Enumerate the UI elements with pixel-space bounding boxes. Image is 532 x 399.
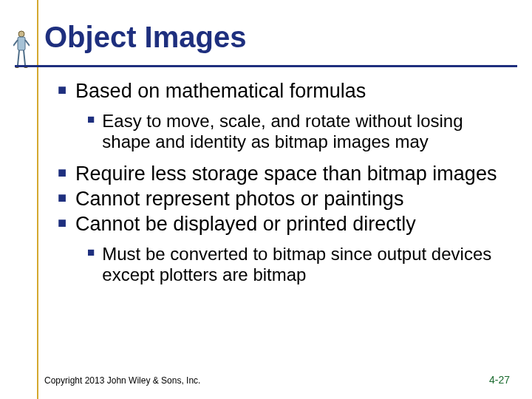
vertical-divider bbox=[37, 0, 38, 399]
bullet-text: Cannot represent photos or paintings bbox=[75, 188, 403, 211]
bullet-level2: ■ Must be converted to bitmap since outp… bbox=[87, 244, 510, 286]
slide-title: Object Images bbox=[44, 21, 246, 54]
svg-rect-1 bbox=[18, 37, 25, 50]
svg-line-2 bbox=[13, 40, 18, 46]
character-illustration-icon bbox=[13, 30, 30, 70]
bullet-level1: ■ Require less storage space than bitmap… bbox=[58, 163, 510, 186]
bullet-level1: ■ Cannot be displayed or printed directl… bbox=[58, 213, 510, 236]
bullet-text: Based on mathematical formulas bbox=[75, 80, 366, 103]
svg-line-3 bbox=[25, 40, 30, 46]
square-bullet-icon: ■ bbox=[58, 189, 66, 207]
bullet-text: Require less storage space than bitmap i… bbox=[75, 163, 497, 186]
bullet-text: Easy to move, scale, and rotate without … bbox=[102, 111, 510, 153]
title-underline bbox=[15, 65, 517, 67]
copyright-text: Copyright 2013 John Wiley & Sons, Inc. bbox=[44, 375, 200, 386]
square-bullet-icon: ■ bbox=[58, 164, 66, 182]
content-area: ■ Based on mathematical formulas ■ Easy … bbox=[44, 80, 510, 296]
svg-line-5 bbox=[24, 50, 25, 65]
square-bullet-icon: ■ bbox=[58, 81, 66, 99]
bullet-text: Must be converted to bitmap since output… bbox=[102, 244, 510, 286]
bullet-level1: ■ Based on mathematical formulas bbox=[58, 80, 510, 103]
bullet-level2: ■ Easy to move, scale, and rotate withou… bbox=[87, 111, 510, 153]
svg-point-0 bbox=[18, 31, 24, 37]
square-bullet-icon: ■ bbox=[87, 245, 95, 260]
bullet-text: Cannot be displayed or printed directly bbox=[75, 213, 416, 236]
svg-line-4 bbox=[18, 50, 19, 65]
square-bullet-icon: ■ bbox=[58, 214, 66, 232]
page-number: 4-27 bbox=[489, 374, 510, 386]
square-bullet-icon: ■ bbox=[87, 112, 95, 127]
bullet-level1: ■ Cannot represent photos or paintings bbox=[58, 188, 510, 211]
